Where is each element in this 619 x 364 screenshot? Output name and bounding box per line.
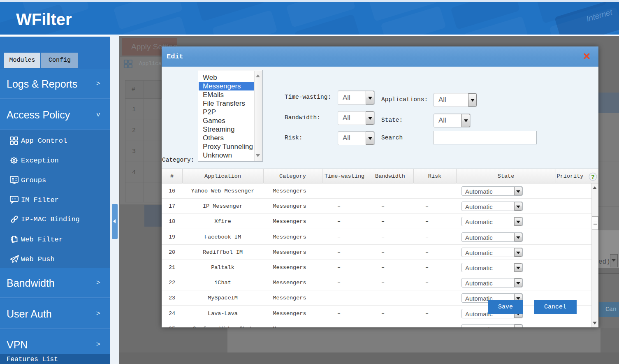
svg-text:?: ? bbox=[591, 174, 595, 180]
